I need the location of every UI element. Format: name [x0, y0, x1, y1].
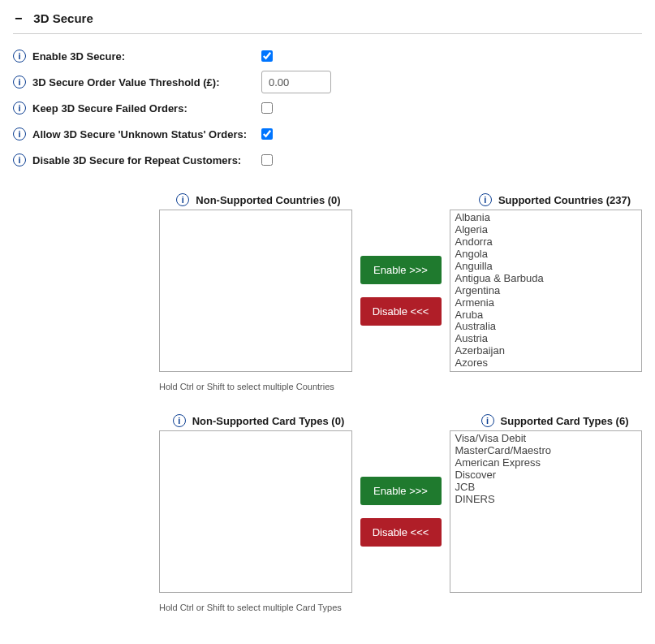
- info-icon[interactable]: i: [173, 414, 186, 427]
- card-types-button-column: Enable >>> Disable <<<: [352, 430, 450, 593]
- list-item[interactable]: MasterCard/Maestro: [455, 445, 637, 457]
- label-enable-3ds: Enable 3D Secure:: [32, 50, 261, 63]
- enable-countries-button[interactable]: Enable >>>: [360, 256, 442, 284]
- row-threshold: i 3D Secure Order Value Threshold (£):: [13, 71, 642, 93]
- list-item[interactable]: Albania: [455, 212, 637, 224]
- header-supported-card-types: i Supported Card Types (6): [455, 414, 654, 427]
- header-non-supported-countries: i Non-Supported Countries (0): [159, 193, 358, 206]
- list-item[interactable]: Azores: [455, 357, 637, 370]
- checkbox-enable-3ds[interactable]: [261, 50, 273, 62]
- label-unknown-status: Allow 3D Secure 'Unknown Status' Orders:: [32, 128, 261, 140]
- checkbox-keep-failed[interactable]: [261, 102, 273, 114]
- list-item[interactable]: JCB: [455, 482, 637, 494]
- section-header: − 3D Secure: [13, 8, 642, 34]
- info-icon[interactable]: i: [479, 193, 492, 206]
- list-item[interactable]: Armenia: [455, 297, 637, 309]
- info-icon[interactable]: i: [481, 414, 494, 427]
- info-icon[interactable]: i: [13, 153, 26, 166]
- label-non-supported-countries: Non-Supported Countries (0): [196, 194, 340, 206]
- disable-card-types-button[interactable]: Disable <<<: [360, 518, 442, 547]
- list-item[interactable]: American Express: [455, 457, 637, 469]
- label-keep-failed: Keep 3D Secure Failed Orders:: [32, 102, 261, 115]
- label-non-supported-card-types: Non-Supported Card Types (0): [192, 415, 345, 427]
- countries-button-column: Enable >>> Disable <<<: [352, 210, 450, 372]
- list-item[interactable]: Aruba: [455, 309, 637, 322]
- checkbox-unknown-status[interactable]: [261, 128, 273, 140]
- list-item[interactable]: Austria: [455, 333, 637, 345]
- list-item[interactable]: Azerbaijan: [455, 345, 637, 357]
- input-threshold[interactable]: [261, 71, 331, 93]
- hint-countries: Hold Ctrl or Shift to select multiple Co…: [159, 382, 642, 391]
- section-title: 3D Secure: [33, 11, 93, 25]
- card-types-block: i Non-Supported Card Types (0) i Support…: [13, 414, 642, 612]
- row-disable-repeat: i Disable 3D Secure for Repeat Customers…: [13, 149, 642, 171]
- list-item[interactable]: Australia: [455, 321, 637, 333]
- label-supported-countries: Supported Countries (237): [498, 194, 631, 206]
- list-item[interactable]: Visa/Visa Debit: [455, 433, 637, 445]
- list-item[interactable]: Discover: [455, 469, 637, 482]
- listbox-non-supported-card-types[interactable]: [159, 430, 352, 593]
- listbox-supported-countries[interactable]: AlbaniaAlgeriaAndorraAngolaAnguillaAntig…: [450, 210, 643, 372]
- list-item[interactable]: Andorra: [455, 236, 637, 249]
- info-icon[interactable]: i: [13, 102, 26, 115]
- list-item[interactable]: Algeria: [455, 224, 637, 236]
- label-threshold: 3D Secure Order Value Threshold (£):: [32, 76, 261, 89]
- list-item[interactable]: Antigua & Barbuda: [455, 273, 637, 285]
- header-supported-countries: i Supported Countries (237): [455, 193, 654, 206]
- row-enable-3ds: i Enable 3D Secure:: [13, 45, 642, 67]
- checkbox-disable-repeat[interactable]: [261, 154, 273, 166]
- list-item[interactable]: Anguilla: [455, 261, 637, 273]
- header-non-supported-card-types: i Non-Supported Card Types (0): [159, 414, 358, 427]
- collapse-icon[interactable]: −: [13, 12, 24, 25]
- info-icon[interactable]: i: [176, 193, 189, 206]
- info-icon[interactable]: i: [13, 76, 26, 89]
- row-unknown-status: i Allow 3D Secure 'Unknown Status' Order…: [13, 123, 642, 145]
- list-item[interactable]: Argentina: [455, 285, 637, 297]
- label-supported-card-types: Supported Card Types (6): [501, 415, 629, 427]
- list-item[interactable]: DINERS: [455, 494, 637, 506]
- list-item[interactable]: Angola: [455, 249, 637, 261]
- info-icon[interactable]: i: [13, 50, 26, 63]
- listbox-non-supported-countries[interactable]: [159, 210, 352, 372]
- enable-card-types-button[interactable]: Enable >>>: [360, 477, 442, 505]
- info-icon[interactable]: i: [13, 128, 26, 140]
- list-item[interactable]: Bahamas: [455, 370, 637, 372]
- listbox-supported-card-types[interactable]: Visa/Visa DebitMasterCard/MaestroAmerica…: [450, 430, 643, 593]
- row-keep-failed: i Keep 3D Secure Failed Orders:: [13, 97, 642, 119]
- countries-block: i Non-Supported Countries (0) i Supporte…: [13, 193, 642, 391]
- label-disable-repeat: Disable 3D Secure for Repeat Customers:: [32, 154, 261, 166]
- disable-countries-button[interactable]: Disable <<<: [360, 297, 442, 326]
- hint-card-types: Hold Ctrl or Shift to select multiple Ca…: [159, 603, 642, 612]
